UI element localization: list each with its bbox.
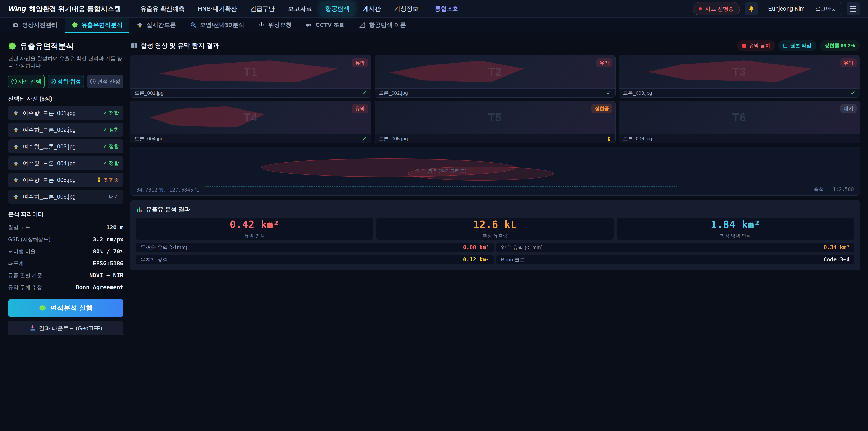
image-tile[interactable]: T4 유막 드론_004.jpg ✓: [130, 101, 371, 143]
stat-value: 12.6 kL: [473, 219, 517, 230]
param-label: GSD (지상해상도): [8, 236, 51, 243]
photo-status: ✓정합: [103, 110, 119, 116]
nav-item-weather[interactable]: 기상정보: [389, 2, 424, 16]
detail-label: 두꺼운 유막 (>1mm): [141, 244, 187, 251]
image-tile[interactable]: T3 유막 드론_003.jpg ✓: [619, 55, 860, 98]
tile-filename: 드론_001.jpg: [134, 90, 163, 96]
step-align-composite[interactable]: ② 정합·합성: [48, 75, 84, 88]
detail-label: 얇은 유막 (<1mm): [501, 244, 543, 251]
check-icon: ✓: [103, 127, 107, 133]
drone-icon: [136, 22, 143, 28]
run-analysis-button[interactable]: 면적분석 실행: [8, 299, 123, 317]
image-tile[interactable]: T2 유막 드론_002.jpg ✓: [375, 55, 616, 98]
app-title: 해양환경 위기대응 통합시스템: [29, 4, 121, 13]
incident-dot-icon: [699, 7, 702, 10]
user-name: Eunjeong Kim: [768, 5, 805, 12]
param-label: 촬영 고도: [8, 224, 30, 231]
tile-file-bar: 드론_006.jpg —: [619, 134, 860, 143]
tab-label: 위성요청: [268, 21, 291, 29]
drone-icon: [13, 160, 19, 166]
param-label: 유막 두께 추정: [8, 284, 42, 291]
detail-rows: 두꺼운 유막 (>1mm) 0.08 km² 얇은 유막 (<1mm) 0.34…: [136, 243, 854, 265]
step-select-photos[interactable]: ① 사진 선택: [8, 75, 44, 88]
tile-status-badge: 유막: [596, 58, 612, 67]
image-tile[interactable]: T5 정합중 드론_005.jpg: [375, 101, 616, 143]
photo-list-item[interactable]: 여수항_드론_004.jpg ✓정합: [8, 156, 123, 170]
legend: 유막 탐지 원본 타일 정합률 96.2%: [737, 40, 860, 51]
tile-id-label: T1: [130, 55, 371, 88]
nav-item-aerial-search[interactable]: 항공탐색: [320, 2, 355, 16]
cctv-icon: [306, 22, 312, 28]
drone-icon: [13, 177, 19, 183]
stat-label: 합성 영역 면적: [720, 233, 751, 239]
tab-label: 오염/선박3D분석: [200, 21, 244, 29]
detail-label: 무지개 빛깔: [141, 256, 168, 263]
photo-list-item[interactable]: 여수항_드론_002.jpg ✓정합: [8, 123, 123, 137]
detail-value: 0.08 km²: [463, 244, 489, 251]
tab-satellite-request[interactable]: 위성요청: [252, 18, 298, 33]
selected-photos-title: 선택된 사진 (6장): [8, 95, 123, 102]
tab-aerial-theory[interactable]: 항공탐색 이론: [352, 18, 412, 33]
tile-status-badge: 정합중: [591, 104, 612, 113]
step-area-calculation[interactable]: ③ 면적 산정: [87, 75, 123, 88]
photo-list-item[interactable]: 여수항_드론_005.jpg 정합중: [8, 173, 123, 187]
outlined-square-icon: [783, 43, 787, 48]
photo-list-item[interactable]: 여수항_드론_001.jpg ✓정합: [8, 106, 123, 120]
logo-mark: Wing: [8, 4, 26, 13]
image-tile[interactable]: T1 유막 드론_001.jpg ✓: [130, 55, 371, 98]
legend-original-tile[interactable]: 원본 타일: [778, 40, 816, 51]
hourglass-icon: [96, 177, 102, 183]
satellite-icon: [258, 22, 265, 28]
param-row: 촬영 고도 120 m: [8, 221, 123, 234]
tab-label: 실시간드론: [147, 21, 176, 29]
bell-icon: [748, 5, 755, 12]
tab-photo-management[interactable]: 영상사진관리: [6, 18, 64, 33]
tab-oil-area-analysis[interactable]: 유출유면적분석: [65, 18, 129, 33]
menu-button[interactable]: [847, 2, 860, 16]
tab-cctv[interactable]: CCTV 조회: [299, 18, 351, 33]
tile-file-bar: 드론_005.jpg: [375, 134, 616, 143]
dash-icon: —: [850, 135, 856, 142]
photo-status: 대기: [109, 193, 119, 200]
detail-thin-film: 얇은 유막 (<1mm) 0.34 km²: [496, 243, 854, 252]
photo-status: ✓정합: [103, 126, 119, 133]
photo-list-item[interactable]: 여수항_드론_006.jpg 대기: [8, 190, 123, 204]
nav-item-reports[interactable]: 보고자료: [282, 2, 318, 16]
logout-button[interactable]: 로그아웃: [810, 2, 842, 15]
download-icon: [29, 325, 36, 331]
download-result-button[interactable]: 결과 다운로드 (GeoTIFF): [8, 321, 123, 335]
tab-label: 영상사진관리: [22, 21, 57, 29]
nav-item-integrated-search[interactable]: 통합조회: [428, 2, 465, 16]
image-tile[interactable]: T6 대기 드론_006.jpg —: [619, 101, 860, 143]
photo-list-item[interactable]: 여수항_드론_003.jpg ✓정합: [8, 140, 123, 153]
incident-label: 사고 진행중: [705, 5, 734, 12]
param-row: 유종 판별 기준 NDVI + NIR: [8, 269, 123, 281]
scale-readout: 축척 ≈ 1:2,500: [814, 186, 854, 193]
map-icon: [130, 42, 137, 49]
ruler-icon: [359, 22, 366, 28]
notification-button[interactable]: [745, 2, 758, 16]
download-button-label: 결과 다운로드 (GeoTIFF): [39, 325, 102, 332]
nav-item-hns[interactable]: HNS·대기확산: [192, 2, 243, 16]
stat-label: 추정 유출량: [483, 233, 508, 239]
tile-grid: T1 유막 드론_001.jpg ✓ T2 유막 드론_002.jpg ✓: [130, 55, 860, 143]
wizard-steps: ① 사진 선택 ② 정합·합성 ③ 면적 산정: [8, 75, 123, 88]
nav-item-board[interactable]: 게시판: [358, 2, 386, 16]
tab-realtime-drone[interactable]: 실시간드론: [130, 18, 182, 33]
top-nav: Wing 해양환경 위기대응 통합시스템 유출유 확산예측 HNS·대기확산 긴…: [0, 0, 868, 18]
check-icon: ✓: [362, 135, 367, 142]
nav-item-rescue[interactable]: 긴급구난: [245, 2, 280, 16]
tab-pollution-3d[interactable]: 오염/선박3D분석: [184, 18, 250, 33]
app-logo: Wing 해양환경 위기대응 통합시스템: [8, 4, 121, 13]
photo-filename: 여수항_드론_003.jpg: [23, 143, 99, 150]
param-value: 120 m: [106, 224, 123, 231]
drone-icon: [13, 127, 19, 133]
legend-oil-detection[interactable]: 유막 탐지: [737, 40, 775, 51]
check-icon: ✓: [103, 160, 107, 166]
nav-item-oil-spread[interactable]: 유출유 확산예측: [135, 2, 190, 16]
photo-filename: 여수항_드론_006.jpg: [23, 193, 105, 201]
detail-thick-film: 두꺼운 유막 (>1mm) 0.08 km²: [136, 243, 494, 252]
param-label: 오버랩 비율: [8, 248, 35, 255]
photo-filename: 여수항_드론_002.jpg: [23, 126, 99, 133]
results-title-text: 유출유 분석 결과: [146, 206, 190, 213]
